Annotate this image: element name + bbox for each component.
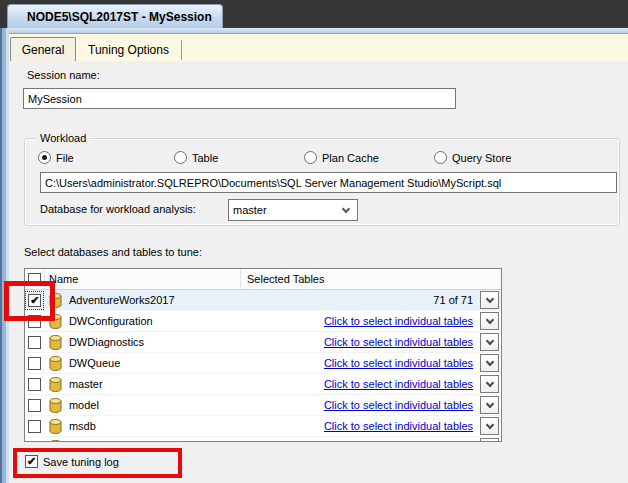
column-header-name[interactable]: Name [45,269,241,289]
table-row[interactable]: msdbClick to select individual tables [25,416,501,437]
table-row[interactable]: DWDiagnosticsClick to select individual … [25,332,501,353]
tables-dropdown-button[interactable] [480,333,499,351]
databases-table: Name Selected Tables ✔AdventureWorks2017… [24,268,502,442]
database-name: DWQueue [69,357,120,369]
database-checkbox[interactable] [28,357,41,370]
save-tuning-log-checkbox[interactable]: ✔ [25,455,38,468]
tables-dropdown-button[interactable] [480,375,499,393]
radio-table[interactable]: Table [174,151,218,164]
session-document-tab-label: NODE5\SQL2017ST - MySession [27,10,212,24]
database-name: master [69,378,103,390]
database-checkbox[interactable] [28,441,41,443]
database-icon [49,440,62,443]
select-individual-tables-link[interactable]: Click to select individual tables [324,399,473,411]
table-header-row: Name Selected Tables [25,269,501,290]
radio-query-store[interactable]: Query Store [434,151,511,164]
database-icon [49,398,62,413]
db-analysis-value: master [233,204,267,216]
session-name-value: MySession [28,93,82,105]
tables-dropdown-button[interactable] [480,417,499,435]
database-name: msdb [69,420,96,432]
chevron-down-icon [485,337,493,345]
table-row[interactable]: DWConfigurationClick to select individua… [25,311,501,332]
tab-general-label: General [22,43,65,57]
chevron-down-icon [485,295,493,303]
radio-query-store-label: Query Store [452,152,511,164]
highlight-box-database-checkbox [4,281,55,321]
chevron-down-icon [485,379,493,387]
table-row[interactable]: sqlnexusClick to select individual table… [25,437,501,442]
save-tuning-log-label: Save tuning log [43,456,119,468]
database-checkbox[interactable] [28,420,41,433]
database-name: DWConfiguration [69,315,153,327]
save-tuning-log-option[interactable]: ✔ Save tuning log [25,455,119,468]
database-name: model [69,399,99,411]
chevron-down-icon [342,205,350,213]
radio-file-label: File [56,152,74,164]
session-name-label: Session name: [27,69,100,81]
tables-dropdown-button[interactable] [480,312,499,330]
chevron-down-icon [485,358,493,366]
workload-file-path-value: C:\Users\administrator.SQLREPRO\Document… [45,177,501,189]
column-header-selected-tables[interactable]: Selected Tables [241,273,501,285]
database-checkbox[interactable] [28,336,41,349]
tab-tuning-options-label: Tuning Options [88,43,169,57]
tables-dropdown-button[interactable] [480,354,499,372]
select-individual-tables-link[interactable]: Click to select individual tables [324,420,473,432]
session-document-tab[interactable]: NODE5\SQL2017ST - MySession [7,4,223,28]
database-icon [49,419,62,434]
database-icon [49,356,62,371]
select-individual-tables-link[interactable]: Click to select individual tables [324,336,473,348]
tab-strip: General Tuning Options [9,34,628,61]
workload-file-path-input[interactable]: C:\Users\administrator.SQLREPRO\Document… [40,172,617,193]
radio-plan-cache-circle[interactable] [304,151,317,164]
table-row[interactable]: modelClick to select individual tables [25,395,501,416]
window-left-edge [0,28,9,483]
db-analysis-dropdown[interactable]: master [228,199,358,221]
session-name-input[interactable]: MySession [23,88,456,109]
radio-file[interactable]: File [38,151,74,164]
select-individual-tables-link[interactable]: Click to select individual tables [324,378,473,390]
radio-table-label: Table [192,152,218,164]
chevron-down-icon [485,400,493,408]
radio-plan-cache[interactable]: Plan Cache [304,151,379,164]
radio-query-store-circle[interactable] [434,151,447,164]
selected-tables-count: 71 of 71 [433,294,473,306]
table-row[interactable]: ✔AdventureWorks201771 of 71 [25,290,501,311]
database-icon [49,377,62,392]
workload-legend: Workload [36,132,90,144]
database-icon [49,335,62,350]
tables-dropdown-button[interactable] [480,291,499,309]
database-checkbox[interactable] [28,378,41,391]
select-individual-tables-link[interactable]: Click to select individual tables [324,315,473,327]
database-name: AdventureWorks2017 [69,294,175,306]
database-name: sqlnexus [69,441,112,442]
tables-dropdown-button[interactable] [480,396,499,414]
tables-dropdown-button[interactable] [480,438,499,442]
db-analysis-label: Database for workload analysis: [40,203,196,215]
radio-table-circle[interactable] [174,151,187,164]
tab-general[interactable]: General [10,37,76,61]
database-name: DWDiagnostics [69,336,144,348]
select-databases-label: Select databases and tables to tune: [24,246,202,258]
table-row[interactable]: DWQueueClick to select individual tables [25,353,501,374]
radio-file-circle[interactable] [38,151,51,164]
database-checkbox[interactable] [28,399,41,412]
chevron-down-icon [485,316,493,324]
select-individual-tables-link[interactable]: Click to select individual tables [324,441,473,442]
select-individual-tables-link[interactable]: Click to select individual tables [324,357,473,369]
radio-plan-cache-label: Plan Cache [322,152,379,164]
tab-tuning-options[interactable]: Tuning Options [76,40,182,60]
chevron-down-icon [485,421,493,429]
table-row[interactable]: masterClick to select individual tables [25,374,501,395]
dta-session-window: NODE5\SQL2017ST - MySession General Tuni… [0,0,628,483]
